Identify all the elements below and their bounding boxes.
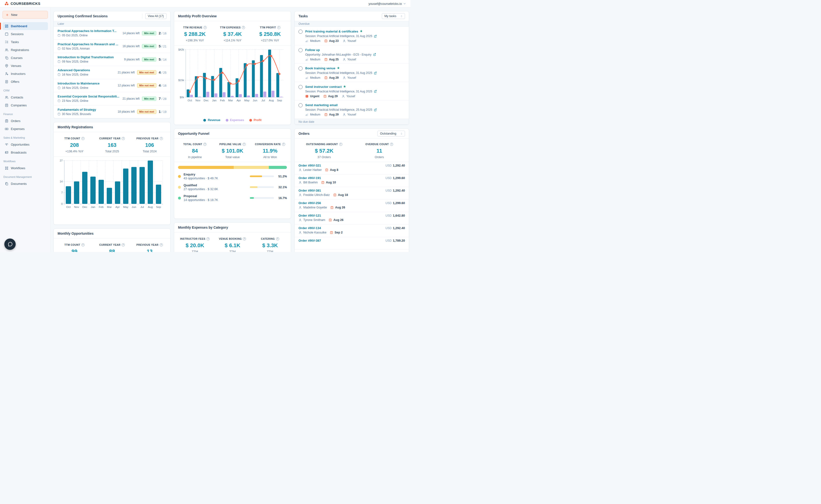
task-title-line: Book training venue [305,66,405,70]
session-title-link[interactable]: Practical Approaches to Research and ... [58,42,120,46]
sidebar-item-workflows[interactable]: Workflows [2,164,48,172]
sidebar-item-label: Contacts [11,96,23,99]
order-due-date-text: Aug 26 [335,206,345,209]
order-id-link[interactable]: Order #INV-381 [299,189,385,192]
order-id-link[interactable]: Order #INV-387 [299,239,385,242]
stat-value: $ 20.0K [176,242,214,249]
session-date: 23 Nov 2025, Online [58,99,120,103]
stat-block: PREVIOUS YEAR?106Total 2024 [131,136,168,153]
enrolled-count: 1 [159,110,161,114]
person-icon [343,39,346,43]
urgent-icon [305,95,309,98]
stat-block: PREVIOUS YEAR?13 [131,242,168,252]
task-checkbox[interactable] [299,66,303,71]
sidebar-item-dashboard[interactable]: Dashboard [2,22,48,30]
task-title-link[interactable]: Send instructor contract [305,85,342,89]
sidebar-item-sessions[interactable]: Sessions [2,30,48,38]
session-places-left: 21 places left [123,97,140,100]
session-title-link[interactable]: Advanced Operations [58,68,115,72]
session-places-left: 16 places left [123,45,140,48]
help-icon: ? [122,137,125,140]
sidebar-item-contacts[interactable]: Contacts [2,93,48,101]
sidebar-item-tasks[interactable]: Tasks [2,38,48,46]
session-title-link[interactable]: Fundamentals of Strategy [58,108,115,111]
task-checkbox[interactable] [299,85,303,89]
funnel-stage-progress [250,186,274,188]
new-button[interactable]: New [2,11,48,19]
order-row: Order #INV-134USD1,292.40Nichole Kassulk… [295,225,409,237]
task-title-link[interactable]: Book training venue [305,66,335,70]
session-title-link[interactable]: Introduction to Digital Transformation [58,55,122,59]
sidebar-item-instructors[interactable]: Instructors [2,70,48,78]
funnel-stage-name: Proposal [183,194,250,198]
sidebar-item-opportunities[interactable]: Opportunities [2,141,48,149]
task-checkbox[interactable] [299,30,303,34]
sidebar-item-registrations[interactable]: Registrations [2,46,48,54]
tasks-filter-select[interactable]: My tasks [382,13,405,19]
external-link-icon [374,108,377,111]
card-title: Opportunity Funnel [178,132,287,136]
order-id-link[interactable]: Order #INV-191 [299,176,385,180]
svg-text:Oct: Oct [66,206,71,208]
task-due-date-text: Aug 25 [329,58,339,61]
order-due-date: Aug 8 [325,168,338,172]
sidebar-item-expenses[interactable]: Expenses [2,125,48,133]
users-icon [5,96,8,99]
capacity-count: / 21 [161,45,166,48]
calendar-icon [58,86,60,89]
session-title-link[interactable]: Practical Approaches to Information T... [58,29,120,33]
funnel-stage-desc: 27 opportunities · $ 32.6K [183,187,250,191]
sidebar-item-offers[interactable]: Offers [2,78,48,86]
order-id-link[interactable]: Order #INV-321 [299,164,385,167]
sidebar-item-broadcasts[interactable]: Broadcasts [2,149,48,156]
sidebar-item-label: Documents [11,182,27,186]
order-id-link[interactable]: Order #INV-256 [299,201,385,205]
stat-label: PIPELINE VALUE? [219,143,246,146]
calendar-x-icon [323,95,327,98]
order-contact: Madeline Goyette [299,206,327,209]
user-menu[interactable]: yousef@coursebricks.io [369,2,406,6]
task-title-link[interactable]: Send marketing email [305,103,338,107]
sidebar-item-label: Orders [11,119,20,123]
order-due-date-text: Aug 8 [330,168,338,172]
stat-sub: In pipeline [176,155,214,159]
stat-block: OUTSTANDING AMOUNT?$ 57.2K37 Orders [297,142,352,159]
task-title-link[interactable]: Print training material & certificates [305,30,358,33]
sidebar-item-orders[interactable]: Orders [2,117,48,125]
task-due-date: Aug 29 [324,113,339,116]
legend-label: Revenue [208,118,220,122]
session-date-text: 09 Nov 2025, Online [62,60,88,63]
session-min-badge: Min not met [137,110,156,114]
session-info: Practical Approaches to Information T...… [58,29,120,37]
funnel-stages: Enquiry43 opportunities · $ 49.7K51.2%Qu… [174,171,291,203]
profit-chart-wrap: $0k$15k$42kOctNovDecJanFebMarAprMayJunJu… [174,46,291,117]
view-all-button[interactable]: View All (17) [145,13,166,19]
session-min-badge: Min met [142,57,156,62]
order-id-link[interactable]: Order #INV-134 [299,226,385,230]
person-icon [299,231,302,234]
session-title-link[interactable]: Introduction to Maintenance [58,82,115,85]
orders-filter-select[interactable]: Outstanding [378,131,405,136]
funnel-stage-pct: 16.7% [276,196,287,200]
task-title-link[interactable]: Follow up [305,48,320,52]
task-checkbox[interactable] [299,103,303,107]
sidebar-item-companies[interactable]: Companies [2,101,48,109]
task-checkbox[interactable] [299,48,303,52]
session-title-link[interactable]: Essential Corporate Social Responsibili.… [58,95,120,98]
task-association-text: Session: Practical Artificial Intelligen… [305,71,372,75]
chat-widget-button[interactable] [4,239,16,250]
stat-value: 106 [131,142,168,148]
task-association-text: Session: Practical Artificial Intelligen… [305,34,372,38]
sidebar-item-documents[interactable]: Documents [2,180,48,188]
task-due-date-text: Aug 23 [329,39,339,43]
session-places-left: 21 places left [117,71,135,74]
calendar-x-icon [324,113,328,116]
bars-medium-icon [305,58,309,61]
help-icon: ? [160,243,163,246]
help-icon: ? [203,26,207,29]
sidebar-item-venues[interactable]: Venues [2,62,48,70]
sidebar-item-courses[interactable]: Courses [2,54,48,62]
task-due-date: Aug 29 [324,76,339,79]
order-id-link[interactable]: Order #INV-121 [299,214,385,217]
order-top-line: Order #INV-191USD1,299.60 [299,176,405,180]
